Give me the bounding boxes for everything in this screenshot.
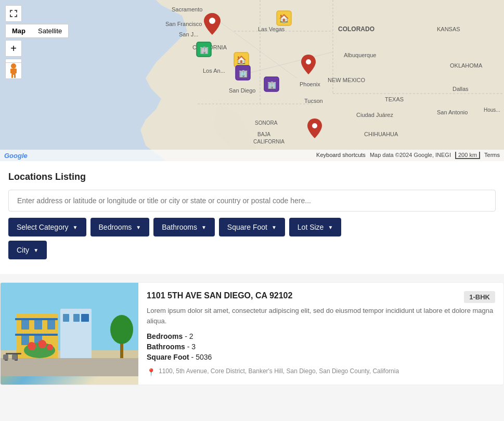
listing-image [1,283,138,385]
svg-text:🏠: 🏠 [279,14,289,23]
filter-sqft-button[interactable]: Square Foot ▼ [219,218,285,236]
map-section: Sacramento San Francisco San J... CALIFO… [0,0,504,161]
filter-lotsize-button[interactable]: Lot Size ▼ [289,218,342,236]
svg-rect-66 [21,319,29,330]
filters-row-2: City ▼ [8,241,496,259]
svg-text:San Antonio: San Antonio [437,109,468,115]
svg-text:NEW MEXICO: NEW MEXICO [328,77,366,83]
svg-text:SONORA: SONORA [255,120,278,126]
svg-rect-86 [12,354,17,360]
svg-text:OKLAHOMA: OKLAHOMA [450,62,483,69]
svg-text:TEXAS: TEXAS [385,96,404,102]
listing-stats: Bedrooms - 2 Bathrooms - 3 Square Foot -… [147,332,495,361]
svg-text:Las Vegas: Las Vegas [258,26,285,32]
filter-bedrooms-arrow-icon: ▼ [136,225,141,230]
filter-bedrooms-label: Bedrooms [99,223,132,231]
filters-row: Select Category ▼ Bedrooms ▼ Bathrooms ▼… [8,218,496,236]
svg-text:Los An...: Los An... [203,68,225,74]
filter-bathrooms-arrow-icon: ▼ [201,225,206,230]
svg-rect-68 [47,319,55,330]
svg-rect-75 [73,314,80,322]
fullscreen-button[interactable] [5,5,22,22]
svg-text:BAJA: BAJA [257,131,270,137]
svg-rect-59 [10,69,13,73]
filter-bathrooms-button[interactable]: Bathrooms ▼ [153,218,215,236]
terms-link[interactable]: Terms [484,152,500,159]
listing-location: 📍 1100, 5th Avenue, Core District, Banke… [147,367,495,376]
map-footer: Google Keyboard shortcuts Map data ©2024… [0,150,504,161]
svg-point-48 [209,18,215,24]
svg-text:Ciudad Juárez: Ciudad Juárez [356,112,393,118]
svg-text:Dallas: Dallas [453,86,469,92]
svg-rect-76 [81,314,89,322]
listings-title: Locations Listing [8,172,496,182]
svg-rect-54 [10,15,11,17]
map-type-map-button[interactable]: Map [6,24,32,37]
svg-point-78 [28,342,36,350]
svg-rect-82 [6,353,21,354]
svg-rect-69 [21,335,29,345]
listings-section: Locations Listing Select Category ▼ Bedr… [0,161,504,274]
svg-text:Hous...: Hous... [484,107,500,113]
filter-city-label: City [17,246,29,254]
zoom-in-button[interactable]: + [5,40,22,57]
filter-category-button[interactable]: Select Category ▼ [8,218,86,236]
listing-bedrooms-dash: - [185,332,189,340]
listing-bedrooms: Bedrooms - 2 [147,332,495,340]
svg-point-36 [306,59,311,64]
filter-city-button[interactable]: City ▼ [8,241,47,259]
svg-rect-85 [3,354,8,360]
svg-rect-60 [14,69,17,73]
keyboard-shortcuts-link[interactable]: Keyboard shortcuts [316,152,366,159]
svg-rect-50 [10,10,11,12]
filter-lotsize-arrow-icon: ▼ [328,225,333,230]
svg-text:🏠: 🏠 [236,55,247,65]
listing-bathrooms-label: Bathrooms [147,343,185,351]
map-data-text: Map data ©2024 Google, INEGI [370,152,451,159]
svg-rect-72 [15,318,58,320]
svg-point-80 [47,344,53,350]
svg-rect-52 [16,10,17,12]
listing-bedrooms-label: Bedrooms [147,332,183,340]
listing-sqft-value: 5036 [196,353,212,361]
listing-sqft: Square Foot - 5036 [147,353,495,361]
listing-location-text: 1100, 5th Avenue, Core District, Banker'… [159,367,399,375]
listing-sqft-dash: - [191,353,196,361]
svg-text:Albuquerque: Albuquerque [344,52,376,58]
svg-text:CHIHUAHUA: CHIHUAHUA [364,131,398,137]
svg-text:Tucson: Tucson [304,98,323,104]
filter-sqft-arrow-icon: ▼ [272,225,277,230]
listing-description: Lorem ipsum dolor sit amet, consectetur … [147,306,495,326]
svg-text:San J...: San J... [179,31,198,37]
pegman-icon[interactable] [5,62,22,79]
map-footer-links: Keyboard shortcuts Map data ©2024 Google… [316,152,500,159]
listing-address: 1101 5TH AVE SAN DIEGO, CA 92102 [147,291,292,300]
map-scale: 200 km [455,152,480,159]
svg-text:San Diego: San Diego [229,87,255,94]
filter-bedrooms-button[interactable]: Bedrooms ▼ [91,218,150,236]
svg-rect-62 [14,74,16,78]
listing-badge: 1-BHK [464,291,495,303]
listing-bathrooms-value: 3 [191,343,196,351]
listing-details: 1101 5TH AVE SAN DIEGO, CA 92102 1-BHK L… [138,283,503,385]
google-logo: Google [4,152,28,160]
svg-text:🏢: 🏢 [239,69,248,78]
svg-point-88 [110,315,133,344]
location-pin-icon: 📍 [147,368,156,376]
filter-city-arrow-icon: ▼ [33,247,38,253]
map-type-selector: Map Satellite [5,24,69,38]
filter-bathrooms-label: Bathrooms [162,223,197,231]
svg-text:Phoenix: Phoenix [300,81,320,87]
svg-text:COLORADO: COLORADO [338,25,374,33]
search-input[interactable] [8,190,496,212]
svg-rect-81 [1,358,138,376]
svg-rect-67 [34,319,42,330]
svg-point-37 [312,123,317,128]
svg-text:KANSAS: KANSAS [437,26,460,32]
svg-text:CALIFORNIA: CALIFORNIA [253,139,285,144]
svg-point-79 [38,340,46,348]
filter-sqft-label: Square Foot [227,223,267,231]
svg-rect-71 [15,334,58,336]
map-type-satellite-button[interactable]: Satellite [32,24,68,37]
svg-text:San Francisco: San Francisco [165,21,202,27]
